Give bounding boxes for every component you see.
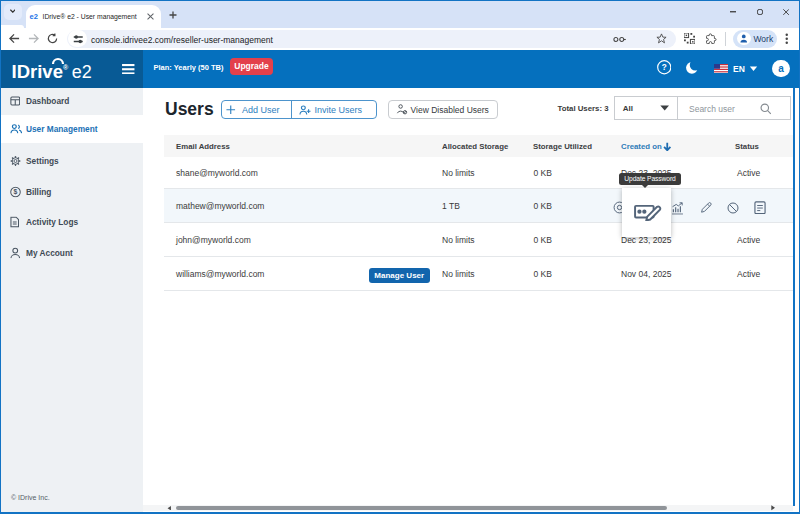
svg-text:?: ? — [661, 63, 666, 72]
svg-text:$: $ — [13, 188, 17, 196]
